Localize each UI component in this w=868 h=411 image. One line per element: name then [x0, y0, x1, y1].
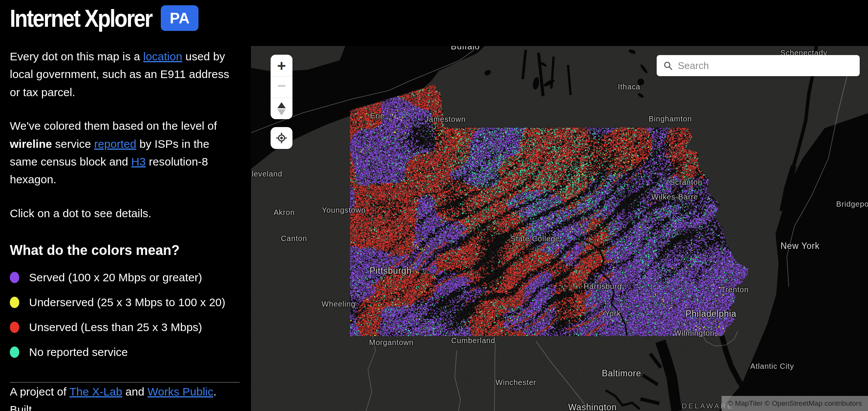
sidebar: Internet Xplorer PA Every dot on this ma…	[0, 0, 251, 411]
pitch-toggle-button[interactable]	[271, 98, 292, 119]
coloring-text: We've colored them based on the level of	[10, 120, 217, 132]
legend-item: Served (100 x 20 Mbps or greater)	[10, 271, 240, 284]
map-container: BuffaloSchenectadyIthacaErieJamestownBin…	[251, 0, 868, 411]
pitch-arrows-icon	[277, 102, 286, 115]
app-title: Internet Xplorer	[10, 4, 152, 32]
legend: Served (100 x 20 Mbps or greater)Underse…	[10, 271, 240, 359]
legend-swatch	[10, 272, 19, 283]
legend-swatch	[10, 347, 19, 358]
legend-label: Unserved (Less than 25 x 3 Mbps)	[29, 321, 202, 334]
location-link[interactable]: location	[143, 50, 182, 63]
app-root: Internet Xplorer PA Every dot on this ma…	[0, 0, 868, 411]
works-public-link[interactable]: Works Public	[148, 385, 214, 398]
legend-item: Underserved (25 x 3 Mbps to 100 x 20)	[10, 296, 240, 309]
legend-heading: What do the colors mean?	[10, 242, 240, 258]
click-hint: Click on a dot to see details.	[10, 204, 240, 222]
legend-item: Unserved (Less than 25 x 3 Mbps)	[10, 321, 240, 334]
intro-text: Every dot on this map is a	[10, 50, 143, 63]
zoom-out-button[interactable]: −	[271, 76, 292, 98]
search-box	[657, 55, 860, 76]
geolocate-button[interactable]	[271, 127, 292, 149]
legend-swatch	[10, 322, 19, 333]
xlab-link[interactable]: The X-Lab	[69, 385, 122, 398]
search-input[interactable]	[677, 60, 860, 72]
plus-icon: +	[277, 58, 286, 73]
credit-text-2: and	[122, 385, 148, 398]
project-credit: A project of The X-Lab and Works Public.…	[10, 383, 240, 411]
legend-label: Served (100 x 20 Mbps or greater)	[29, 271, 202, 284]
state-badge[interactable]: PA	[161, 5, 199, 31]
zoom-in-button[interactable]: +	[271, 55, 292, 76]
app-header: Internet Xplorer PA	[10, 5, 240, 31]
wireline-emphasis: wireline	[10, 138, 52, 150]
legend-label: Underserved (25 x 3 Mbps to 100 x 20)	[29, 296, 225, 309]
h3-link[interactable]: H3	[131, 155, 146, 168]
map-top-void	[251, 0, 868, 46]
geolocate-icon	[276, 132, 287, 144]
reported-link[interactable]: reported	[94, 138, 136, 150]
minus-icon: −	[277, 78, 286, 93]
search-icon	[663, 61, 673, 70]
legend-item: No reported service	[10, 346, 240, 359]
coloring-paragraph: We've colored them based on the level of…	[10, 117, 240, 189]
coloring-text-2: service	[52, 138, 94, 150]
intro-paragraph: Every dot on this map is a location used…	[10, 48, 240, 101]
map-attribution: © MapTiler © OpenStreetMap contributors	[722, 396, 868, 411]
map-zoom-controls: + −	[271, 55, 292, 119]
legend-swatch	[10, 297, 19, 308]
credit-text: A project of	[10, 385, 69, 398]
legend-label: No reported service	[29, 346, 128, 359]
